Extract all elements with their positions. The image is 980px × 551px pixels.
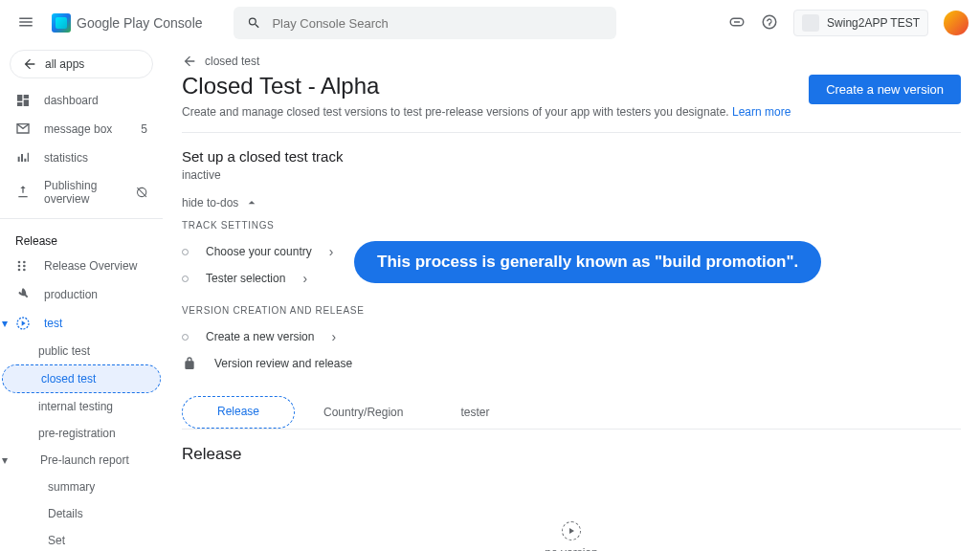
tabs: Release Country/Region tester (182, 396, 961, 430)
nav-statistics[interactable]: statistics (0, 143, 163, 172)
nav-closed-test[interactable]: closed test (2, 364, 161, 393)
todo-create-version[interactable]: Create a new version › (182, 323, 961, 350)
tab-release[interactable]: Release (182, 396, 295, 429)
product-name: Google Play Console (77, 15, 203, 31)
back-arrow-icon (182, 54, 197, 69)
chevron-right-icon: › (331, 329, 336, 344)
sidebar: all apps dashboard message box 5 statist… (0, 46, 163, 551)
product-logo[interactable]: Google Play Console (52, 13, 203, 33)
svg-point-3 (23, 261, 26, 264)
header-actions: Swing2APP TEST (728, 10, 969, 36)
chevron-right-icon: › (302, 271, 307, 286)
caret-down-icon: ▾ (2, 317, 8, 330)
create-version-button[interactable]: Create a new version (809, 75, 961, 104)
main-content: closed test Closed Test - Alpha Create a… (163, 46, 980, 551)
nav-test[interactable]: ▾ test (0, 309, 163, 338)
release-body: Release no version Create a new version (182, 430, 961, 551)
app-header: Google Play Console Swing2APP TEST (0, 0, 980, 46)
account-selector[interactable]: Swing2APP TEST (793, 10, 928, 36)
user-avatar[interactable] (944, 11, 969, 35)
search-box[interactable] (234, 7, 616, 39)
todo-bullet-icon (182, 334, 189, 341)
overview-icon (15, 258, 31, 274)
todo-bullet-icon (182, 249, 189, 255)
all-apps-button[interactable]: all apps (10, 50, 153, 78)
test-icon (15, 316, 31, 331)
nav-public-test[interactable]: public test (0, 338, 163, 364)
release-heading: Release (182, 445, 961, 464)
hide-todos-toggle[interactable]: hide to-dos (182, 195, 961, 210)
tab-country-region[interactable]: Country/Region (295, 396, 432, 429)
nav-plr-summary[interactable]: summary (0, 474, 163, 500)
search-input[interactable] (272, 16, 602, 31)
account-icon (802, 14, 819, 32)
all-apps-label: all apps (45, 57, 84, 71)
chevron-right-icon: › (329, 244, 334, 259)
svg-point-1 (18, 265, 21, 268)
breadcrumb[interactable]: closed test (182, 54, 961, 69)
chevron-up-icon (244, 195, 259, 210)
divider (182, 132, 961, 133)
nav-internal-testing[interactable]: internal testing (0, 393, 163, 420)
empty-state: no version Create a new version (182, 502, 961, 551)
svg-point-0 (18, 261, 21, 264)
svg-point-5 (23, 269, 26, 272)
publish-icon (15, 185, 31, 200)
annotation-callout: This process is generally known as "buil… (354, 241, 821, 283)
svg-point-4 (23, 265, 26, 268)
svg-point-2 (18, 269, 21, 272)
play-console-logo-icon (52, 13, 71, 33)
stats-icon (15, 150, 31, 165)
track-section-title: Set up a closed test track (182, 148, 961, 165)
inbox-icon (15, 121, 31, 137)
lock-icon (182, 356, 197, 371)
sidebar-release-section: Release (0, 225, 163, 252)
page-subtitle: Create and manage closed test versions t… (182, 105, 961, 119)
nav-pre-registration[interactable]: pre-registration (0, 420, 163, 447)
tab-tester[interactable]: tester (432, 396, 518, 429)
nav-plr-set[interactable]: Set (0, 527, 163, 551)
dashboard-icon (15, 93, 31, 108)
play-circle-icon (562, 521, 581, 540)
publishing-off-icon (136, 185, 147, 200)
todo-version-review: Version review and release (182, 350, 961, 377)
nav-pre-launch-report[interactable]: ▾ Pre-launch report (0, 447, 163, 474)
nav-dashboard[interactable]: dashboard (0, 86, 163, 115)
rocket-icon (15, 287, 31, 302)
track-settings-label: TRACK SETTINGS (182, 220, 961, 231)
back-arrow-icon (22, 56, 37, 72)
account-name: Swing2APP TEST (827, 16, 920, 30)
nav-plr-details[interactable]: Details (0, 500, 163, 527)
nav-publishing-overview[interactable]: Publishing overview (0, 172, 163, 212)
nav-production[interactable]: production (0, 280, 163, 309)
learn-more-link[interactable]: Learn more (732, 105, 791, 119)
nav-release-overview[interactable]: Release Overview (0, 252, 163, 280)
page-title: Closed Test - Alpha (182, 73, 379, 99)
message-badge: 5 (141, 122, 147, 136)
nav-message-box[interactable]: message box 5 (0, 115, 163, 143)
empty-text: no version (182, 546, 961, 551)
hamburger-menu-icon[interactable] (11, 8, 40, 39)
caret-down-icon: ▾ (2, 453, 8, 467)
version-release-label: VERSION CREATION AND RELEASE (182, 305, 961, 316)
track-status: inactive (182, 168, 961, 182)
search-icon (247, 15, 261, 31)
todo-bullet-icon (182, 276, 189, 282)
link-icon[interactable] (728, 13, 746, 33)
help-icon[interactable] (761, 13, 778, 33)
